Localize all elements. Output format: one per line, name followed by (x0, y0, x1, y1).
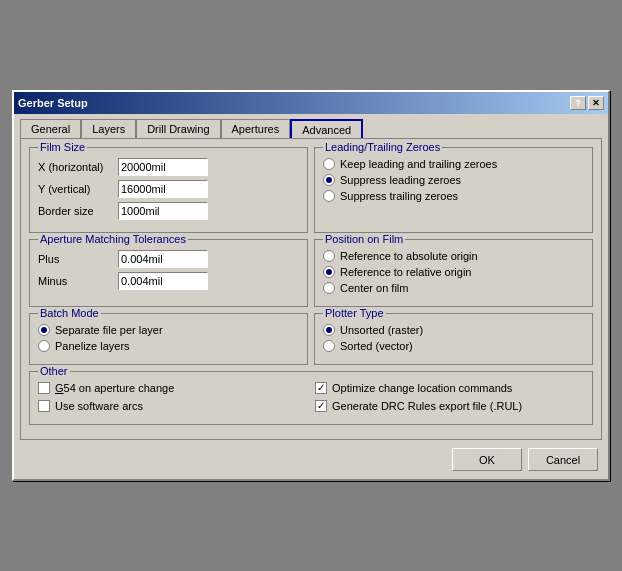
cancel-button[interactable]: Cancel (528, 448, 598, 471)
plotter-type-group: Plotter Type Unsorted (raster) Sorted (v… (314, 313, 593, 365)
zeroes-label1: Keep leading and trailing zeroes (340, 158, 497, 170)
help-button[interactable]: ? (570, 96, 586, 110)
batch-label2: Panelize layers (55, 340, 130, 352)
title-bar-buttons: ? ✕ (570, 96, 604, 110)
check1-row[interactable]: G54 on aperture change (38, 382, 307, 394)
bottom-buttons: OK Cancel (20, 448, 602, 471)
y-input[interactable] (118, 180, 208, 198)
plus-input[interactable] (118, 250, 208, 268)
minus-field-row: Minus (38, 272, 299, 290)
plotter-label1: Unsorted (raster) (340, 324, 423, 336)
top-row: Film Size X (horizontal) Y (vertical) Bo… (29, 147, 593, 239)
batch-option1-row[interactable]: Separate file per layer (38, 324, 299, 336)
plotter-label2: Sorted (vector) (340, 340, 413, 352)
middle-row: Aperture Matching Tolerances Plus Minus … (29, 239, 593, 313)
position-title: Position on Film (323, 233, 405, 245)
zeroes-option3-row[interactable]: Suppress trailing zeroes (323, 190, 584, 202)
ok-button[interactable]: OK (452, 448, 522, 471)
y-field-row: Y (vertical) (38, 180, 299, 198)
batch-radio1[interactable] (38, 324, 50, 336)
minus-input[interactable] (118, 272, 208, 290)
window-content: General Layers Drill Drawing Apertures A… (14, 114, 608, 479)
batch-title: Batch Mode (38, 307, 101, 319)
check1-label: G54 on aperture change (55, 382, 174, 394)
check3-box[interactable] (315, 382, 327, 394)
plus-field-row: Plus (38, 250, 299, 268)
zeroes-radio3[interactable] (323, 190, 335, 202)
window-title: Gerber Setup (18, 97, 88, 109)
tab-layers[interactable]: Layers (81, 119, 136, 139)
aperture-title: Aperture Matching Tolerances (38, 233, 188, 245)
plotter-title: Plotter Type (323, 307, 386, 319)
x-label: X (horizontal) (38, 161, 118, 173)
zeroes-label3: Suppress trailing zeroes (340, 190, 458, 202)
film-size-group: Film Size X (horizontal) Y (vertical) Bo… (29, 147, 308, 233)
check4-row[interactable]: Generate DRC Rules export file (.RUL) (315, 400, 584, 412)
pos-radio1[interactable] (323, 250, 335, 262)
gerber-setup-dialog: Gerber Setup ? ✕ General Layers Drill Dr… (12, 90, 610, 481)
check2-box[interactable] (38, 400, 50, 412)
pos-option2-row[interactable]: Reference to relative origin (323, 266, 584, 278)
title-bar: Gerber Setup ? ✕ (14, 92, 608, 114)
plotter-option2-row[interactable]: Sorted (vector) (323, 340, 584, 352)
leading-trailing-group: Leading/Trailing Zeroes Keep leading and… (314, 147, 593, 233)
close-button[interactable]: ✕ (588, 96, 604, 110)
batch-label1: Separate file per layer (55, 324, 163, 336)
pos-label2: Reference to relative origin (340, 266, 471, 278)
zeroes-radio1[interactable] (323, 158, 335, 170)
zeroes-option2-row[interactable]: Suppress leading zeroes (323, 174, 584, 186)
check3-label: Optimize change location commands (332, 382, 512, 394)
check1-box[interactable] (38, 382, 50, 394)
x-field-row: X (horizontal) (38, 158, 299, 176)
check3-row[interactable]: Optimize change location commands (315, 382, 584, 394)
zeroes-option1-row[interactable]: Keep leading and trailing zeroes (323, 158, 584, 170)
pos-radio2[interactable] (323, 266, 335, 278)
x-input[interactable] (118, 158, 208, 176)
tab-bar: General Layers Drill Drawing Apertures A… (20, 118, 602, 138)
film-size-title: Film Size (38, 141, 87, 153)
leading-trailing-title: Leading/Trailing Zeroes (323, 141, 442, 153)
border-input[interactable] (118, 202, 208, 220)
pos-option3-row[interactable]: Center on film (323, 282, 584, 294)
pos-option1-row[interactable]: Reference to absolute origin (323, 250, 584, 262)
zeroes-label2: Suppress leading zeroes (340, 174, 461, 186)
plotter-radio2[interactable] (323, 340, 335, 352)
plotter-option1-row[interactable]: Unsorted (raster) (323, 324, 584, 336)
batch-radio2[interactable] (38, 340, 50, 352)
position-film-group: Position on Film Reference to absolute o… (314, 239, 593, 307)
check4-box[interactable] (315, 400, 327, 412)
zeroes-radio2[interactable] (323, 174, 335, 186)
minus-label: Minus (38, 275, 118, 287)
main-panel: Film Size X (horizontal) Y (vertical) Bo… (20, 138, 602, 440)
border-label: Border size (38, 205, 118, 217)
check2-row[interactable]: Use software arcs (38, 400, 307, 412)
other-title: Other (38, 365, 70, 377)
pos-label1: Reference to absolute origin (340, 250, 478, 262)
pos-label3: Center on film (340, 282, 408, 294)
y-label: Y (vertical) (38, 183, 118, 195)
batch-mode-group: Batch Mode Separate file per layer Panel… (29, 313, 308, 365)
plotter-radio1[interactable] (323, 324, 335, 336)
check4-label: Generate DRC Rules export file (.RUL) (332, 400, 522, 412)
check2-label: Use software arcs (55, 400, 143, 412)
tab-general[interactable]: General (20, 119, 81, 139)
tab-advanced[interactable]: Advanced (290, 119, 363, 139)
other-group: Other G54 on aperture change Optimize ch… (29, 371, 593, 425)
plus-label: Plus (38, 253, 118, 265)
batch-plotter-row: Batch Mode Separate file per layer Panel… (29, 313, 593, 371)
tab-apertures[interactable]: Apertures (221, 119, 291, 139)
batch-option2-row[interactable]: Panelize layers (38, 340, 299, 352)
tab-drill-drawing[interactable]: Drill Drawing (136, 119, 220, 139)
pos-radio3[interactable] (323, 282, 335, 294)
border-field-row: Border size (38, 202, 299, 220)
aperture-tolerances-group: Aperture Matching Tolerances Plus Minus (29, 239, 308, 307)
